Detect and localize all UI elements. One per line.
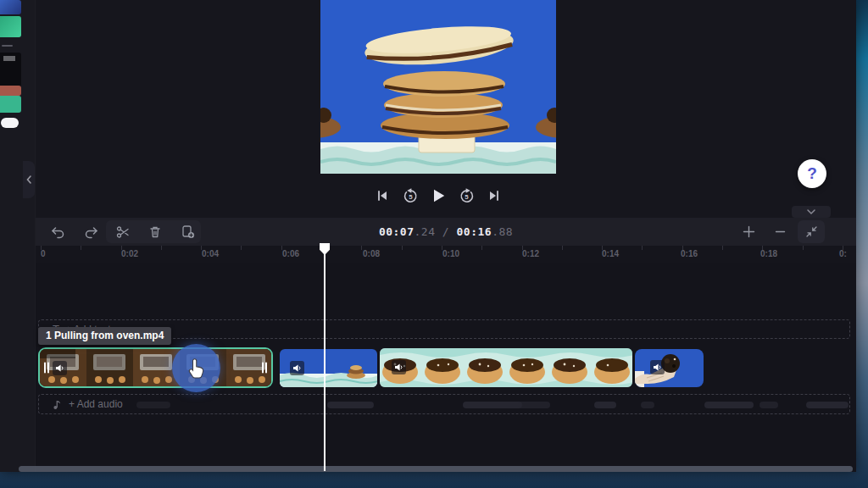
media-thumbnail[interactable]	[0, 16, 21, 37]
current-time-fraction: .24	[415, 225, 436, 238]
collapse-arrows-icon	[805, 225, 818, 238]
ruler-label: 0	[41, 249, 46, 258]
audio-indicator-icon	[53, 361, 67, 375]
delete-button[interactable]	[142, 220, 169, 243]
media-thumbnail[interactable]	[0, 53, 21, 87]
trim-handle-right[interactable]	[262, 363, 267, 374]
timecode-display: 00:07.24 / 00:16.88	[379, 218, 513, 246]
media-thumbnail[interactable]	[0, 0, 21, 14]
forward-5-icon: 5	[459, 188, 475, 204]
clip-filmstrip-cookies	[380, 348, 632, 387]
replay-5-button[interactable]: 5	[399, 185, 421, 207]
waveform-blob	[136, 402, 170, 408]
forward-5-button[interactable]: 5	[455, 185, 477, 207]
clip-filmstrip-oven	[40, 349, 271, 386]
ruler-label: 0:14	[602, 249, 619, 258]
minus-icon	[774, 225, 787, 238]
split-button[interactable]	[109, 220, 136, 243]
fit-timeline-button[interactable]	[798, 220, 825, 243]
media-thumbnail[interactable]	[0, 86, 21, 96]
total-time-fraction: .88	[492, 225, 513, 238]
waveform-blob	[806, 402, 849, 408]
audio-indicator-icon	[392, 360, 406, 374]
add-audio-label: + Add audio	[69, 398, 123, 410]
sidebar-collapse-button[interactable]	[23, 161, 35, 198]
timeline-ruler[interactable]: 0 0:02 0:04 0:06 0:08 0:10 0:12 0:14 0:1…	[36, 246, 856, 263]
video-preview	[320, 0, 556, 174]
replay-seconds-label: 5	[409, 192, 413, 200]
audio-indicator-icon	[290, 361, 304, 375]
trim-handle-left[interactable]	[44, 363, 49, 374]
current-time: 00:07	[379, 225, 415, 238]
ruler-label: 0:18	[760, 249, 777, 258]
ruler-label: 0:	[839, 249, 847, 258]
play-button[interactable]	[427, 185, 449, 207]
collapse-panel-button[interactable]	[792, 206, 831, 218]
audio-indicator-icon	[650, 360, 665, 374]
preview-frame-cookies	[320, 0, 556, 174]
waveform-blob	[463, 402, 522, 408]
forward-seconds-label: 5	[465, 192, 469, 200]
undo-button[interactable]	[44, 220, 71, 243]
waveform-blob	[704, 402, 754, 408]
clip-frame-hand-cookie	[635, 349, 704, 387]
video-clip-4[interactable]	[635, 349, 704, 387]
skip-to-end-button[interactable]	[483, 185, 505, 207]
timecode-separator: /	[436, 225, 457, 238]
video-clip-3[interactable]	[380, 348, 632, 387]
music-note-icon	[53, 399, 63, 410]
plus-icon	[743, 225, 755, 238]
duplicate-button[interactable]	[174, 220, 201, 243]
ruler-label: 0:08	[363, 249, 380, 258]
transport-controls: 5 5	[371, 182, 505, 209]
chevron-left-icon	[25, 175, 33, 185]
total-time: 00:16	[456, 225, 492, 238]
ruler-label: 0:10	[442, 249, 459, 258]
media-sidebar	[0, 0, 36, 472]
question-mark-icon: ?	[807, 164, 817, 183]
waveform-blob	[760, 402, 778, 408]
video-clip-2[interactable]	[280, 349, 377, 387]
timeline-toolbar: 00:07.24 / 00:16.88	[36, 218, 856, 246]
media-button[interactable]	[1, 118, 19, 128]
trash-icon	[148, 225, 162, 239]
skip-to-start-button[interactable]	[371, 185, 393, 207]
ruler-label: 0:12	[522, 249, 539, 258]
video-editor-window: 5 5 ?	[0, 0, 856, 472]
undo-icon	[51, 225, 65, 239]
ruler-label: 0:04	[202, 249, 219, 258]
redo-button[interactable]	[77, 220, 104, 243]
waveform-blob	[518, 402, 550, 408]
zoom-in-button[interactable]	[735, 220, 762, 243]
chevron-down-icon	[806, 208, 816, 215]
skip-to-end-icon	[488, 190, 500, 202]
ruler-label: 0:06	[282, 249, 299, 258]
timeline-scrollbar[interactable]	[19, 466, 853, 472]
duplicate-icon	[181, 225, 195, 239]
replay-5-icon: 5	[403, 188, 419, 204]
playhead-line[interactable]	[324, 244, 326, 471]
skip-to-start-icon	[376, 190, 388, 202]
media-thumbnail[interactable]	[0, 96, 21, 113]
clip-tooltip: 1 Pulling from oven.mp4	[38, 327, 171, 345]
scissors-icon	[116, 225, 130, 239]
waveform-blob	[641, 402, 654, 408]
media-caption	[2, 45, 13, 47]
cursor-highlight	[172, 344, 220, 392]
redo-icon	[84, 225, 98, 239]
waveform-blob	[327, 402, 374, 408]
help-button[interactable]: ?	[798, 159, 826, 188]
add-audio-track[interactable]: + Add audio	[38, 394, 850, 414]
play-icon	[430, 187, 447, 204]
zoom-out-button[interactable]	[766, 220, 793, 243]
ruler-label: 0:16	[681, 249, 698, 258]
ruler-label: 0:02	[121, 249, 138, 258]
waveform-blob	[594, 402, 616, 408]
video-clip-pulling-from-oven[interactable]	[38, 347, 273, 388]
hand-cursor-icon	[186, 358, 207, 380]
